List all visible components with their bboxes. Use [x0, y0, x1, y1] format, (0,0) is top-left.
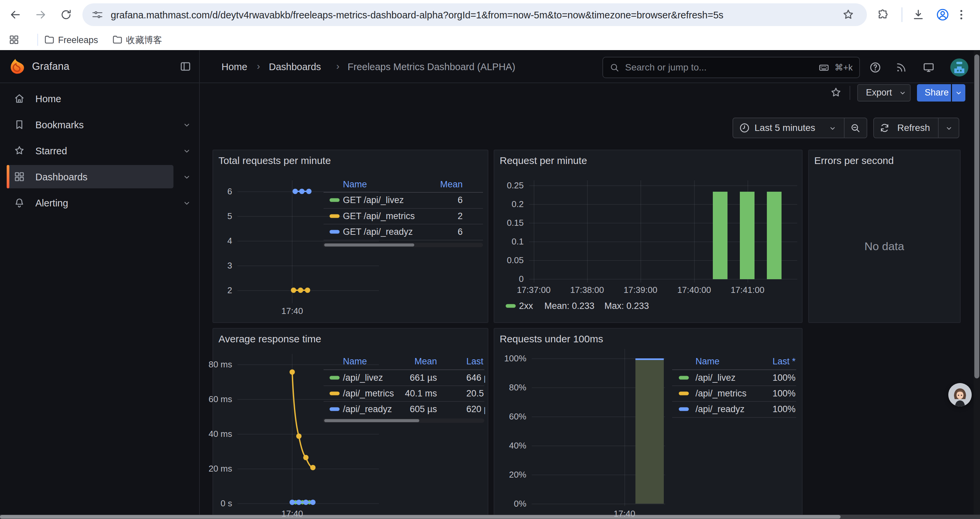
news-rss-icon[interactable] [895, 61, 907, 75]
y-axis-tick: 40 ms [196, 429, 232, 439]
chevron-down-icon[interactable] [182, 172, 191, 183]
no-data-message: No data [864, 240, 904, 253]
refresh-divider [938, 118, 939, 137]
help-icon[interactable] [869, 61, 881, 75]
panel-title[interactable]: Errors per second [814, 155, 894, 166]
assistant-girl-image [948, 383, 972, 406]
grid-icon [13, 171, 25, 184]
url-text[interactable]: grafana.mathmast.com/d/deytv4rwavabkb/fr… [111, 10, 724, 21]
legend-column-name[interactable]: Name [343, 356, 367, 367]
bookmarks-divider [37, 34, 38, 46]
legend-column-name[interactable]: Name [343, 179, 367, 190]
series-color-pill [329, 407, 340, 411]
gridline [534, 180, 535, 283]
profile-icon[interactable] [935, 8, 950, 23]
keyboard-icon [818, 62, 830, 75]
share-chevron-down-icon [954, 88, 963, 99]
sidebar-item-starred[interactable]: Starred [7, 139, 173, 162]
panel-title[interactable]: Requests under 100ms [500, 333, 603, 345]
sidebar-item-bookmarks[interactable]: Bookmarks [7, 113, 173, 136]
legend-mean-value: 605 µs [394, 404, 437, 414]
sidebar-item-label: Home [35, 94, 61, 105]
panel-title[interactable]: Average response time [218, 333, 321, 345]
legend-column-mean[interactable]: Mean [397, 356, 437, 367]
panel-title[interactable]: Request per minute [500, 155, 587, 166]
legend-series-name: GET /api/_livez [343, 195, 404, 205]
breadcrumb-item: Freeleaps Metrics Dashboard (ALPHA) [348, 61, 515, 72]
bookmark-folder[interactable]: 收藏博客 [109, 32, 169, 48]
floating-assistant-avatar[interactable] [948, 383, 972, 406]
sidebar-item-alerting[interactable]: Alerting [7, 191, 173, 214]
search-shortcut: ⌘+k [835, 62, 853, 73]
legend-column-last[interactable]: Last * [466, 356, 485, 367]
legend-mean-value: 2 [429, 211, 463, 222]
browser-forward-icon[interactable] [34, 8, 48, 23]
browser-back-icon[interactable] [9, 8, 22, 23]
chevron-down-icon[interactable] [182, 198, 191, 209]
vertical-scrollbar-thumb[interactable] [974, 54, 979, 378]
apps-grid-icon[interactable] [8, 34, 20, 47]
sidebar-toggle-icon[interactable] [179, 60, 192, 74]
folder-icon [112, 34, 123, 47]
bar [767, 192, 781, 279]
y-axis-tick: 5 [205, 211, 232, 222]
sidebar-item-dashboards[interactable]: Dashboards [7, 165, 173, 188]
star-icon [13, 145, 25, 158]
legend-last-value: 100% [759, 404, 795, 414]
legend-series-name[interactable]: /api/_livez [343, 373, 383, 383]
y-axis-tick: 0.15 [490, 218, 524, 228]
data-point [310, 500, 315, 505]
share-button-label: Share [924, 88, 949, 98]
gridline [529, 279, 797, 279]
extensions-icon[interactable] [876, 8, 889, 22]
x-axis-tick: 17:40 [281, 509, 303, 519]
grafana-logo-icon[interactable] [9, 57, 26, 76]
legend-series-name[interactable]: /api/_readyz [343, 404, 392, 414]
legend-series-name: GET /api/_readyz [343, 227, 413, 237]
favorite-dashboard-star-icon[interactable] [830, 86, 842, 100]
gridline [292, 354, 293, 506]
legend-series-name[interactable]: /api/_metrics [695, 388, 746, 399]
chevron-down-icon[interactable] [182, 146, 191, 157]
legend-separator [323, 208, 483, 209]
bookmark-folder[interactable]: Freeleaps [41, 32, 101, 48]
horizontal-scrollbar-thumb[interactable] [0, 515, 841, 519]
breadcrumb-item[interactable]: Home [221, 61, 247, 72]
legend-mean-value: 40.1 ms [394, 388, 437, 399]
bookmark-star-icon[interactable] [842, 8, 855, 23]
sidebar-item-home[interactable]: Home [7, 87, 173, 110]
time-range-label: Last 5 minutes [754, 123, 815, 133]
gridline [529, 260, 797, 261]
gridline [694, 180, 695, 283]
legend-column-name[interactable]: Name [695, 356, 719, 367]
legend-last-value: 20.5 ms [466, 388, 485, 399]
x-axis-tick: 17:40 [281, 306, 303, 316]
legend-mean-stat: Mean: 0.233 [544, 301, 594, 311]
site-settings-icon[interactable] [91, 9, 103, 22]
data-point [306, 189, 312, 194]
breadcrumb-item[interactable]: Dashboards [269, 61, 321, 72]
legend-column-last[interactable]: Last * [749, 356, 795, 367]
downloads-icon[interactable] [912, 8, 925, 23]
y-axis-tick: 0.2 [490, 199, 524, 209]
y-axis-tick: 0 [490, 274, 524, 284]
legend-series-name[interactable]: /api/_readyz [695, 404, 745, 414]
legend-series-name[interactable]: /api/_livez [695, 373, 735, 383]
bar [740, 192, 754, 279]
zoom-out-icon[interactable] [850, 122, 861, 135]
legend-series-name[interactable]: /api/_metrics [343, 388, 394, 399]
legend-scrollbar-thumb[interactable] [324, 419, 419, 422]
legend-separator [323, 240, 483, 241]
active-item-indicator [7, 165, 10, 188]
panel-title[interactable]: Total requests per minute [218, 155, 331, 166]
user-avatar[interactable] [950, 58, 968, 78]
legend-scrollbar-thumb[interactable] [324, 243, 414, 246]
gridline [237, 434, 379, 434]
legend-column-mean[interactable]: Mean [423, 179, 463, 190]
browser-reload-icon[interactable] [60, 8, 72, 22]
monitor-icon[interactable] [922, 61, 935, 75]
browser-menu-icon[interactable] [955, 8, 968, 22]
data-point [296, 500, 302, 505]
legend-series-name[interactable]: 2xx [519, 301, 533, 311]
chevron-down-icon[interactable] [182, 120, 191, 131]
